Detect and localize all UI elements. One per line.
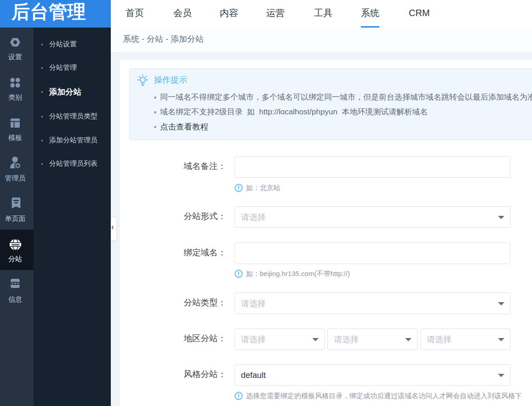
svg-text:www: www (11, 242, 20, 247)
